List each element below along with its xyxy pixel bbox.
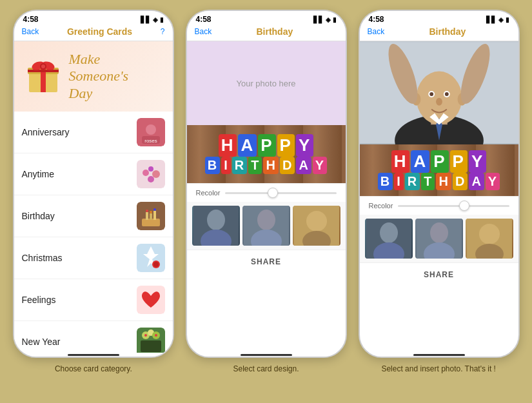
strip-photo-2[interactable]	[242, 206, 290, 246]
recolor-slider-3[interactable]	[398, 205, 509, 207]
svg-point-45	[257, 210, 275, 230]
category-thumb-birthday	[137, 202, 165, 230]
category-thumb-feelings	[137, 286, 165, 314]
nav-bar-1: Back Greeting Cards ?	[14, 25, 173, 41]
time-3: 4:58	[369, 15, 384, 24]
birthday-text-2: B I R T H D A Y	[205, 157, 327, 174]
strip-photo-1[interactable]	[192, 206, 240, 246]
svg-point-35	[144, 334, 147, 337]
nav-bar-3: Back Birthday	[360, 25, 518, 41]
letter-P1: P	[258, 134, 275, 157]
category-item-anytime[interactable]: Anytime	[14, 153, 173, 195]
letter-Y2-3: Y	[486, 173, 500, 190]
time-1: 4:58	[23, 15, 39, 24]
caption-row: Choose card category. Select card design…	[13, 364, 519, 373]
svg-point-22	[146, 210, 148, 212]
svg-rect-12	[137, 160, 165, 188]
strip-photo-3-1[interactable]	[365, 219, 413, 259]
letter-I: I	[221, 157, 231, 174]
svg-point-13	[143, 170, 149, 176]
letter-T: T	[248, 157, 262, 174]
svg-point-28	[153, 262, 159, 267]
share-button-row-3: SHARE	[360, 262, 518, 285]
category-item-newyear[interactable]: New Year	[14, 321, 173, 353]
help-button[interactable]: ?	[161, 27, 165, 36]
letter-R-3: R	[405, 173, 420, 190]
letter-Y-3: Y	[469, 150, 486, 173]
letter-Y2: Y	[313, 157, 327, 174]
signal-icon-3: ▋▋	[486, 16, 497, 23]
photo-placeholder[interactable]: Your photo here	[187, 41, 346, 125]
category-item-birthday[interactable]: Birthday	[14, 195, 173, 237]
phones-row: 4:58 ▋▋ ◈ ▮ Back Greeting Cards ?	[13, 10, 520, 358]
full-photo-section	[360, 41, 518, 144]
category-thumb-anniversary: roses	[137, 118, 165, 146]
svg-point-66	[380, 222, 398, 243]
letter-R: R	[232, 157, 247, 174]
slider-thumb-2[interactable]	[268, 188, 278, 198]
home-indicator-1	[14, 353, 173, 357]
category-item-anniversary[interactable]: Anniversary roses	[14, 112, 173, 153]
battery-icon-3: ▮	[506, 16, 509, 23]
svg-rect-31	[141, 340, 161, 352]
back-button-3[interactable]: Back	[368, 27, 385, 36]
phone1: 4:58 ▋▋ ◈ ▮ Back Greeting Cards ?	[13, 10, 174, 358]
svg-point-48	[306, 211, 327, 231]
letter-B: B	[205, 157, 220, 174]
svg-text:roses: roses	[144, 138, 157, 144]
phone1-content: Make Someone's Day Anniversary roses Any…	[14, 41, 173, 353]
recolor-section-3: Recolor	[360, 196, 518, 215]
svg-point-7	[41, 64, 45, 68]
battery-icon-2: ▮	[333, 16, 337, 23]
nav-title-3: Birthday	[429, 26, 466, 37]
recolor-label-2: Recolor	[196, 189, 221, 197]
letter-H2-3: H	[436, 173, 451, 190]
home-bar-2	[241, 354, 292, 356]
signal-icon-2: ▋▋	[313, 16, 324, 23]
back-button-1[interactable]: Back	[22, 27, 39, 36]
strip-photo-3-2[interactable]	[415, 219, 463, 259]
category-name: Anniversary	[22, 127, 70, 137]
strip-photo-3-3[interactable]	[466, 219, 513, 259]
share-button-3[interactable]: SHARE	[424, 270, 454, 279]
birthday-banner-2: H A P P Y B I R T H D A Y	[187, 125, 346, 183]
letter-H-3: H	[391, 150, 410, 173]
slider-thumb-3[interactable]	[459, 201, 469, 211]
svg-point-42	[207, 210, 225, 230]
category-item-feelings[interactable]: Feelings	[14, 279, 173, 321]
letter-P2-3: P	[450, 150, 468, 173]
recolor-section-2: Recolor	[187, 183, 346, 202]
phone2-content: Your photo here H A P P Y B I R T H D	[187, 41, 346, 353]
svg-point-9	[146, 124, 156, 135]
letter-D-3: D	[453, 173, 468, 190]
recolor-slider-2[interactable]	[225, 192, 336, 194]
status-bar-3: 4:58 ▋▋ ◈ ▮	[360, 11, 518, 25]
status-icons-2: ▋▋ ◈ ▮	[313, 16, 337, 23]
wifi-icon-3: ◈	[498, 16, 504, 23]
category-name: Anytime	[22, 169, 55, 179]
svg-point-14	[148, 166, 153, 172]
strip-photo-3[interactable]	[293, 206, 340, 246]
svg-rect-21	[153, 211, 156, 220]
svg-point-60	[436, 98, 442, 106]
home-indicator-2	[187, 353, 346, 357]
share-button-2[interactable]: SHARE	[251, 257, 281, 266]
hero-section: Make Someone's Day	[14, 41, 173, 112]
home-indicator-3	[360, 353, 518, 357]
category-item-christmas[interactable]: Christmas	[14, 237, 173, 279]
category-name: Birthday	[22, 211, 55, 221]
back-button-2[interactable]: Back	[195, 27, 212, 36]
wifi-icon: ◈	[153, 16, 158, 23]
caption-2: Select card design.	[186, 364, 347, 373]
caption-1: Choose card category.	[13, 364, 174, 373]
letter-A2: A	[296, 157, 311, 174]
recolor-label-3: Recolor	[369, 202, 393, 210]
svg-point-24	[153, 208, 156, 211]
battery-icon: ▮	[160, 16, 164, 23]
letter-B-3: B	[378, 173, 393, 190]
happy-text-3: H A P P Y	[391, 150, 487, 173]
nav-bar-2: Back Birthday	[187, 25, 346, 41]
svg-point-59	[444, 92, 448, 96]
letter-A-3: A	[411, 150, 429, 173]
category-thumb-newyear	[137, 328, 165, 353]
